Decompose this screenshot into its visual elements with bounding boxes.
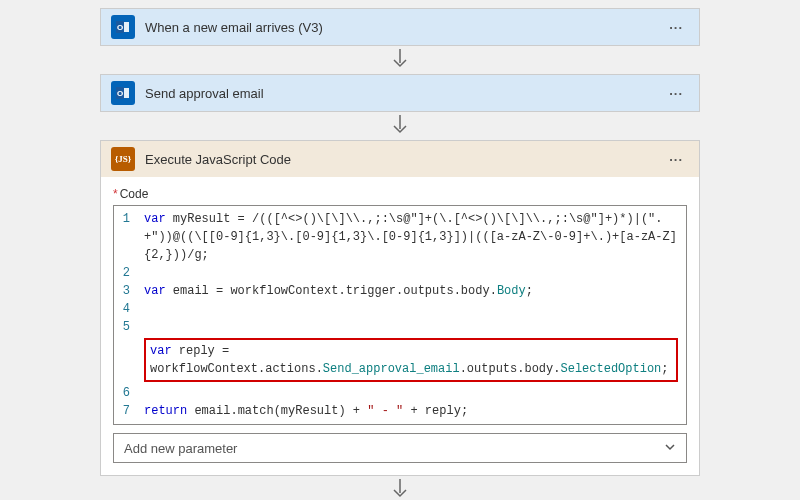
outlook-icon: O <box>111 81 135 105</box>
chevron-down-icon <box>664 441 676 456</box>
execute-js-title: Execute JavaScript Code <box>145 152 663 167</box>
trigger-header[interactable]: O When a new email arrives (V3) ··· <box>101 9 699 45</box>
send-approval-header[interactable]: O Send approval email ··· <box>101 75 699 111</box>
trigger-more-button[interactable]: ··· <box>663 20 689 35</box>
line-number: 5 <box>114 318 138 336</box>
line-number: 1 <box>114 210 138 264</box>
line-number: 4 <box>114 300 138 318</box>
execute-js-card: {JS} Execute JavaScript Code ··· *Code 1… <box>100 140 700 476</box>
line-number: 2 <box>114 264 138 282</box>
javascript-icon: {JS} <box>111 147 135 171</box>
trigger-title: When a new email arrives (V3) <box>145 20 663 35</box>
line-number: 3 <box>114 282 138 300</box>
svg-text:O: O <box>117 23 123 32</box>
line-number: 7 <box>114 402 138 420</box>
outlook-icon: O <box>111 15 135 39</box>
highlighted-code-region: var reply = workflowContext.actions.Send… <box>144 338 678 382</box>
execute-js-body: *Code 1var myResult = /(([^<>()\[\]\\.,;… <box>101 177 699 475</box>
code-editor[interactable]: 1var myResult = /(([^<>()\[\]\\.,;:\s@"]… <box>113 205 687 425</box>
send-approval-card[interactable]: O Send approval email ··· <box>100 74 700 112</box>
code-text: var email = workflowContext.trigger.outp… <box>138 282 686 300</box>
svg-text:O: O <box>117 89 123 98</box>
send-approval-title: Send approval email <box>145 86 663 101</box>
code-text: var myResult = /(([^<>()\[\]\\.,;:\s@"]+… <box>138 210 686 264</box>
connector-arrow <box>100 46 700 74</box>
svg-text:{JS}: {JS} <box>115 154 132 164</box>
execute-js-header[interactable]: {JS} Execute JavaScript Code ··· <box>101 141 699 177</box>
connector-arrow <box>100 476 700 500</box>
send-approval-more-button[interactable]: ··· <box>663 86 689 101</box>
execute-js-more-button[interactable]: ··· <box>663 152 689 167</box>
code-field-label: *Code <box>113 187 687 201</box>
line-number: 6 <box>114 384 138 402</box>
code-text: return email.match(myResult) + " - " + r… <box>138 402 686 420</box>
add-new-parameter-dropdown[interactable]: Add new parameter <box>113 433 687 463</box>
connector-arrow <box>100 112 700 140</box>
trigger-card[interactable]: O When a new email arrives (V3) ··· <box>100 8 700 46</box>
add-parameter-label: Add new parameter <box>124 441 237 456</box>
